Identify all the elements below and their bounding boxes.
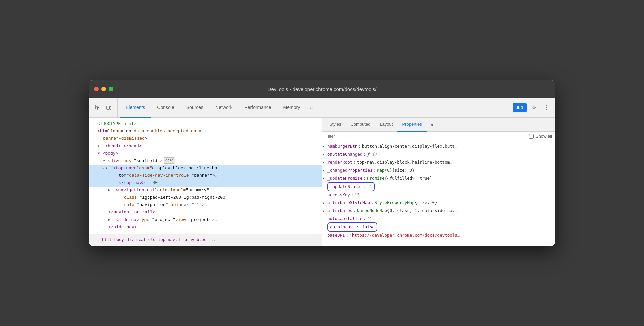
data-attr: data-cookies-accepted data- [134,128,204,135]
expand-icon[interactable]: ▶ [323,160,327,166]
maximize-button[interactable] [109,87,113,91]
tab-network[interactable]: Network [209,98,238,118]
expand-icon[interactable]: ▶ [323,144,327,150]
tab-properties[interactable]: Properties [397,118,426,132]
prop-row-baseURI: baseURI : "https://developer.chrome.com/… [322,231,555,239]
tab-console[interactable]: Console [151,98,180,118]
notification-button[interactable]: 1 [513,103,527,112]
autofocus-highlight: autofocus : false [327,222,377,232]
tab-styles[interactable]: Styles [325,118,346,132]
window-title: DevTools - developer.chrome.com/docs/dev… [268,86,377,92]
expand-icon [323,184,327,190]
expand-arrow [93,128,97,134]
prop-row-renderRoot: ▶ renderRoot : top-nav.display-block.hai… [322,158,555,166]
prop-row-onStateChanged: ▶ onStateChanged : ƒ () [322,150,555,158]
main-toolbar: Elements Console Sources Network Perform… [89,98,555,118]
close-button[interactable] [94,87,99,91]
breadcrumb-end-ellipsis[interactable]: ... [209,238,216,242]
breadcrumb-html[interactable]: html [102,237,112,242]
code-line-topnav-cont[interactable]: tom" data-side-nav-inert role="banner" >… [89,172,322,179]
expand-icon[interactable]: ▶ [323,208,327,214]
doctype-text: <!DOCTYPE html> [97,120,136,128]
lang-attr: lang= [110,128,123,135]
properties-panel: Styles Computed Layout Properties » Show… [322,118,555,245]
prop-row-updatePromise: ▶ _updatePromise : Promise {<fulfilled>:… [322,174,555,182]
code-line-body[interactable]: ▼ <body> [89,150,322,157]
code-line-doctype: <!DOCTYPE html> [89,120,322,128]
show-all-label: Show all [536,134,552,139]
tab-sources[interactable]: Sources [180,98,209,118]
code-line-html-cont: banner-dismissed> [89,135,322,142]
filter-input[interactable] [325,134,526,139]
code-line-navrail[interactable]: ▶ <navigation-rail aria-label="primary" [89,187,322,194]
code-line-head[interactable]: ▶ <head> … </head> [89,143,322,150]
expand-icon-topnav[interactable]: ▶ [106,165,110,171]
expand-icon [323,233,327,239]
prop-row-attributeStyleMap: ▶ attributeStyleMap : StylePropertyMap {… [322,199,555,207]
expand-icon [323,216,327,222]
traffic-lights [94,87,113,91]
prop-row-autofocus: autofocus : false [322,223,555,231]
show-all-checkbox[interactable] [529,134,534,139]
code-line-navrail-role: role="navigation" tabindex="-1" > … [89,201,322,209]
toolbar-icon-group [92,98,118,117]
elements-panel: <!DOCTYPE html> <html lang="en" data-coo… [89,118,322,245]
grid-badge[interactable]: grid [164,157,175,164]
prop-row-changedProperties: ▶ _changedProperties : Map(0) {size: 0} [322,166,555,174]
tab-performance[interactable]: Performance [238,98,277,118]
code-line-topnav-close[interactable]: </top-nav> == $0 [89,179,322,187]
minimize-button[interactable] [101,87,106,91]
expand-icon [323,224,327,230]
code-line-topnav[interactable]: ... ▶ <top-nav class="display-block hair… [89,165,322,172]
tab-elements[interactable]: Elements [120,98,151,118]
devtools-window: DevTools - developer.chrome.com/docs/dev… [89,80,555,245]
tab-computed[interactable]: Computed [346,118,375,132]
breadcrumb-ellipsis[interactable]: ... [93,238,99,242]
expand-icon-head[interactable]: ▶ [98,143,103,149]
expand-icon[interactable]: ▶ [323,176,327,182]
expand-icon[interactable]: ▶ [323,200,327,206]
prop-row-accessKey: accessKey : "" [322,191,555,199]
breadcrumb-body[interactable]: body [114,237,124,242]
code-line-navrail-close: </navigation-rail> [89,209,322,216]
code-line-sidenav-close: </side-nav> [89,224,322,231]
expand-icon-sidenav[interactable]: ▶ [108,217,113,223]
settings-button[interactable]: ⚙ [529,102,539,113]
html-tag: <html [97,128,110,135]
code-line-sidenav[interactable]: ▶ <side-nav type="project" view="project… [89,216,322,224]
more-panel-tabs-button[interactable]: » [427,119,437,130]
tab-memory[interactable]: Memory [277,98,306,118]
prop-row-attributes: ▶ attributes : NamedNodeMap {0: class, 1… [322,207,555,215]
expand-icon[interactable]: ▶ [323,152,327,158]
update-state-highlight: _updateState : 1 [327,182,375,191]
inspect-element-button[interactable] [92,102,103,113]
more-options-button[interactable]: ⋮ [541,102,552,113]
code-line-html: <html lang="en" data-cookies-accepted da… [89,128,322,135]
expand-arrow [93,121,97,127]
expand-icon-scaffold[interactable]: ▼ [103,158,108,164]
expand-icon-body[interactable]: ▼ [98,151,103,156]
filter-bar: Show all [322,132,555,141]
notification-count: 1 [521,105,523,110]
properties-list: ▶ hamburgerBtn : button.align-center.dis… [322,141,555,245]
show-all-wrap: Show all [529,134,552,139]
expand-icon [323,192,327,198]
toolbar-right-section: 1 ⚙ ⋮ [513,102,552,113]
titlebar: DevTools - developer.chrome.com/docs/dev… [89,80,555,98]
more-tabs-button[interactable]: » [306,102,317,113]
expand-icon[interactable]: ▶ [323,168,327,174]
device-toolbar-button[interactable] [103,102,114,113]
main-content: <!DOCTYPE html> <html lang="en" data-coo… [89,118,555,245]
breadcrumb-scaffold[interactable]: div.scaffold [127,237,156,242]
code-line-scaffold[interactable]: ▼ <div class="scaffold" > grid [89,157,322,165]
dom-tree: <!DOCTYPE html> <html lang="en" data-coo… [89,118,322,233]
code-line-navrail-cls: class="lg:pad-left-200 lg:pad-right-200" [89,194,322,201]
breadcrumb-topnav[interactable]: top-nav.display-bloc [158,237,206,242]
expand-icon-navrail[interactable]: ▶ [108,187,113,193]
tab-layout[interactable]: Layout [375,118,397,132]
prop-row-updateState: _updateState : 1 [322,182,555,191]
devtools-body: Elements Console Sources Network Perform… [89,98,555,245]
prop-row-autocapitalize: autocapitalize : "" [322,215,555,223]
svg-rect-1 [110,107,111,109]
prop-row-hamburgerBtn: ▶ hamburgerBtn : button.align-center.dis… [322,142,555,150]
